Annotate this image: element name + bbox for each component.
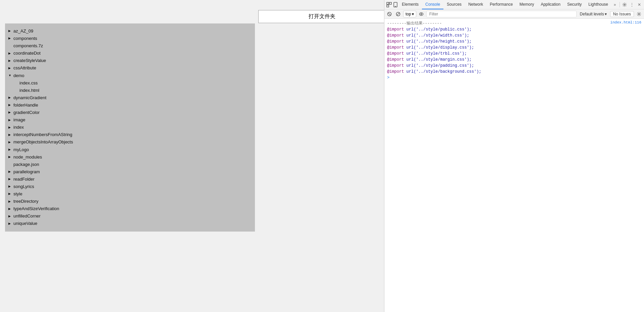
console-toolbar: top ▾ Default levels ▾ No Issues <box>384 9 644 19</box>
tree-item-label: gradientColor <box>13 109 40 116</box>
import-line-content: @import url('../style/margin.css'); <box>387 57 641 62</box>
more-tabs-icon[interactable]: » <box>611 0 618 9</box>
devtools-tab-lighthouse[interactable]: Lighthouse <box>585 0 611 9</box>
tree-item-mergeObjectsIntoArrayObjects[interactable]: ▶mergeObjectsIntoArrayObjects <box>8 138 252 146</box>
tree-arrow-icon: ▶ <box>8 125 12 130</box>
import-keyword: @import <box>387 45 407 50</box>
tree-item-demo-index.css[interactable]: index.css <box>8 79 252 87</box>
log-levels-dropdown[interactable]: Default levels ▾ <box>578 11 609 17</box>
tree-item-node_modules[interactable]: ▶node_modules <box>8 153 252 161</box>
devtools-tab-sources[interactable]: Sources <box>443 0 465 9</box>
tree-item-uniqueValue[interactable]: ▶uniqueValue <box>8 220 252 227</box>
tree-item-parallelogram[interactable]: ▶parallelogram <box>8 168 252 176</box>
tree-item-label: az_AZ_09 <box>13 27 33 35</box>
import-keyword: @import <box>387 27 407 32</box>
tree-arrow-icon: ▶ <box>8 140 12 145</box>
tree-arrow-icon: ▶ <box>8 147 12 152</box>
console-source-link[interactable]: index.html:116 <box>610 20 641 24</box>
clear-console-icon[interactable] <box>386 10 393 18</box>
eye-icon[interactable] <box>418 10 425 18</box>
console-prompt-arrow[interactable]: > <box>384 75 644 80</box>
separator-text: --------输出结果-------- <box>387 20 610 26</box>
console-import-line-0: @import url('../style/public.css'); <box>384 27 644 33</box>
devtools-tab-memory[interactable]: Memory <box>516 0 537 9</box>
devtools-tabs-bar: ElementsConsoleSourcesNetworkPerformance… <box>384 0 644 9</box>
console-settings-icon[interactable] <box>635 10 643 18</box>
tree-item-label: package.json <box>13 161 39 168</box>
tree-item-coordinateDot[interactable]: ▶coordinateDot <box>8 50 252 57</box>
import-line-content: @import url('../style/display.css'); <box>387 45 641 50</box>
inspect-element-icon[interactable] <box>386 0 392 9</box>
import-line-content: @import url('../style/padding.css'); <box>387 63 641 68</box>
tree-arrow-icon: ▶ <box>8 36 12 41</box>
filter-area <box>426 11 577 17</box>
tree-item-createStyleValue[interactable]: ▶createStyleValue <box>8 57 252 64</box>
svg-point-12 <box>638 13 640 15</box>
tree-item-unfilledCorner[interactable]: ▶unfilledCorner <box>8 212 252 220</box>
tree-arrow-icon: ▼ <box>8 73 12 78</box>
tree-item-songLyrics[interactable]: ▶songLyrics <box>8 183 252 190</box>
tree-item-typeAndSizeVerification[interactable]: ▶typeAndSizeVerification <box>8 205 252 212</box>
tree-item-readFolder[interactable]: ▶readFolder <box>8 176 252 183</box>
console-import-line-3: @import url('../style/display.css'); <box>384 45 644 51</box>
import-line-content: @import url('../style/background.css'); <box>387 69 641 74</box>
devtools-tab-security[interactable]: Security <box>564 0 585 9</box>
tree-arrow-icon: ▶ <box>8 199 12 204</box>
devtools-tab-performance[interactable]: Performance <box>486 0 516 9</box>
console-output: --------输出结果--------index.html:116@impor… <box>384 19 644 312</box>
no-issues-badge[interactable]: No Issues <box>610 11 634 17</box>
tree-item-style[interactable]: ▶style <box>8 190 252 198</box>
tree-item-label: interceptNumbersFromAString <box>13 131 72 138</box>
devtools-tab-elements[interactable]: Elements <box>398 0 422 9</box>
tree-arrow-icon: ▶ <box>8 169 12 174</box>
tree-item-label: songLyrics <box>13 183 34 190</box>
console-separator-line: --------输出结果--------index.html:116 <box>384 20 644 27</box>
svg-rect-0 <box>387 2 389 4</box>
import-url: url('../style/height.css'); <box>407 39 472 44</box>
console-filter-input[interactable] <box>428 11 575 17</box>
tree-item-demo[interactable]: ▼demo <box>8 72 252 79</box>
devtools-tab-console[interactable]: Console <box>422 0 443 9</box>
open-folder-button[interactable]: 打开文件夹 <box>258 10 386 23</box>
tree-item-cssAttribute[interactable]: ▶cssAttribute <box>8 64 252 72</box>
devtools-tab-application[interactable]: Application <box>537 0 564 9</box>
tree-item-label: uniqueValue <box>13 220 37 227</box>
import-url: url('../style/margin.css'); <box>407 57 472 62</box>
block-icon[interactable] <box>394 10 402 18</box>
import-line-content: @import url('../style/public.css'); <box>387 27 641 32</box>
settings-gear-icon[interactable] <box>621 0 628 9</box>
tree-item-az_AZ_09[interactable]: ▶az_AZ_09 <box>8 27 252 35</box>
tree-item-package.json[interactable]: package.json <box>8 161 252 168</box>
tree-item-components.7z[interactable]: components.7z <box>8 42 252 50</box>
svg-line-7 <box>388 13 390 15</box>
more-options-icon[interactable]: ⋮ <box>629 0 635 9</box>
device-toggle-icon[interactable] <box>392 0 398 9</box>
tree-item-folderHandle[interactable]: ▶folderHandle <box>8 102 252 109</box>
import-keyword: @import <box>387 51 407 56</box>
tree-item-label: image <box>13 116 25 124</box>
tree-item-dynamicGradient[interactable]: ▶dynamicGradient <box>8 94 252 102</box>
context-selector[interactable]: top ▾ <box>403 11 416 17</box>
import-url: url('../style/display.css'); <box>407 45 474 50</box>
tree-item-components[interactable]: ▶components <box>8 35 252 42</box>
tree-item-gradientColor[interactable]: ▶gradientColor <box>8 109 252 116</box>
tree-item-image[interactable]: ▶image <box>8 116 252 124</box>
tree-item-index[interactable]: ▶index <box>8 124 252 131</box>
tree-item-demo-index.html[interactable]: index.html <box>8 87 252 94</box>
tree-item-label: components.7z <box>13 42 43 50</box>
devtools-tab-network[interactable]: Network <box>465 0 486 9</box>
tree-item-treeDirectory[interactable]: ▶treeDirectory <box>8 198 252 205</box>
tree-item-label: treeDirectory <box>13 198 38 205</box>
tree-item-interceptNumbersFromAString[interactable]: ▶interceptNumbersFromAString <box>8 131 252 138</box>
tree-item-myLogo[interactable]: ▶myLogo <box>8 146 252 153</box>
tree-arrow-icon: ▶ <box>8 110 12 115</box>
console-import-line-4: @import url('../style/trbl.css'); <box>384 51 644 57</box>
close-devtools-icon[interactable]: ✕ <box>636 0 643 9</box>
svg-point-11 <box>421 13 422 14</box>
tree-arrow-icon: ▶ <box>8 66 12 71</box>
import-url: url('../style/padding.css'); <box>407 63 474 68</box>
tree-item-label: style <box>13 190 22 198</box>
tree-item-label: unfilledCorner <box>13 212 41 220</box>
tree-arrow-icon: ▶ <box>8 214 12 219</box>
tree-item-label: myLogo <box>13 146 29 153</box>
